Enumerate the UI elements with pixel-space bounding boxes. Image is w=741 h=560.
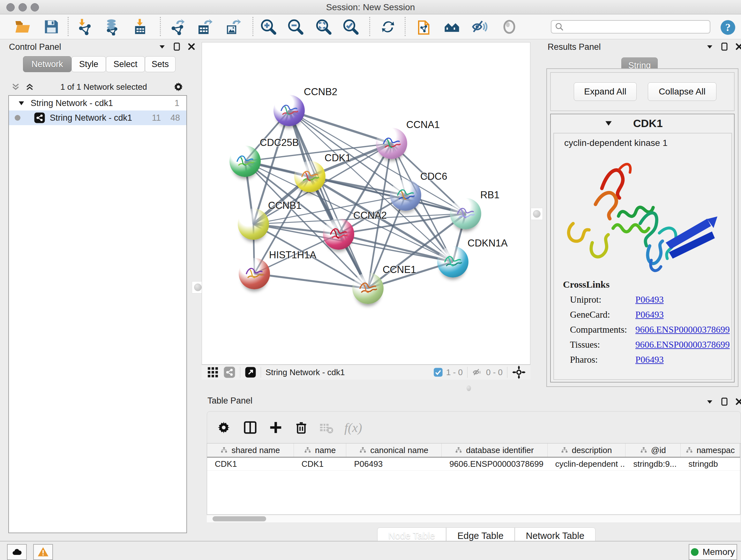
delete-column-icon[interactable]: [294, 420, 309, 435]
expand-all-icon[interactable]: [25, 82, 35, 91]
detach-view-icon[interactable]: [245, 367, 256, 378]
network-node-CDK1[interactable]: [294, 161, 326, 192]
protein-thumbnail: [441, 251, 465, 270]
scrollbar-thumb[interactable]: [212, 516, 266, 521]
network-node-CCNB1[interactable]: [238, 208, 269, 240]
panel-close-icon[interactable]: [735, 43, 741, 51]
network-collection-row[interactable]: String Network - cdk1 1: [9, 96, 186, 111]
memory-button[interactable]: Memory: [689, 544, 737, 560]
zoom-selected-button[interactable]: [342, 18, 359, 36]
network-node-HIST1H1A[interactable]: [239, 258, 270, 289]
table-header-row: shared namenamecanonical namedatabase id…: [207, 443, 740, 457]
export-table-button[interactable]: [196, 18, 213, 36]
help-button[interactable]: ?: [720, 19, 737, 37]
import-network-from-database-button[interactable]: [103, 18, 120, 36]
column-header-canonicalname[interactable]: canonical name: [346, 443, 442, 457]
entry-expander-icon[interactable]: [604, 119, 613, 127]
panel-close-icon[interactable]: [735, 398, 741, 406]
open-file-button[interactable]: [14, 18, 31, 36]
network-node-CCNE1[interactable]: [352, 273, 384, 304]
zoom-fit-button[interactable]: [315, 18, 332, 36]
import-network-from-file-button[interactable]: [77, 18, 94, 36]
network-node-CCNA1[interactable]: [376, 128, 407, 159]
collapse-all-icon[interactable]: [11, 82, 20, 91]
network-edge-CCNB2-CCNA1[interactable]: [289, 111, 392, 143]
refresh-layout-button[interactable]: [380, 18, 397, 36]
add-column-icon[interactable]: [268, 420, 283, 435]
table-cell[interactable]: 9606.ENSP00000378699: [442, 457, 548, 470]
search-input[interactable]: [564, 22, 703, 32]
table-cell[interactable]: stringdb: [681, 457, 740, 470]
panel-float-icon[interactable]: [721, 397, 728, 406]
grid-view-icon[interactable]: [207, 366, 219, 378]
protein-thumbnail: [394, 185, 417, 204]
table-row[interactable]: CDK1CDK1P064939606.ENSP00000378699cyclin…: [207, 457, 740, 471]
export-network-button[interactable]: [169, 18, 186, 36]
network-canvas[interactable]: CCNB2CCNA1CDC25BCDK1CDC6RB1CCNB1CCNA2CDK…: [202, 42, 530, 365]
tab-network[interactable]: Network: [23, 56, 71, 72]
gene-entry-header[interactable]: CDK1: [551, 114, 734, 132]
network-row[interactable]: String Network - cdk1 11 48: [9, 111, 186, 125]
crosslink-label: Pharos:: [570, 354, 635, 365]
crosslink-link[interactable]: P06493: [635, 294, 664, 305]
table-splitter-handle[interactable]: [465, 385, 473, 391]
network-node-RB1[interactable]: [450, 198, 481, 229]
panel-float-icon[interactable]: [721, 43, 728, 51]
network-node-CCNB2[interactable]: [273, 95, 305, 126]
tab-sets[interactable]: Sets: [145, 56, 176, 72]
network-node-CDKN1A[interactable]: [437, 246, 468, 277]
table-cell[interactable]: P06493: [346, 457, 442, 470]
graphics-details-icon[interactable]: [471, 18, 488, 36]
crosslink-link[interactable]: P06493: [635, 309, 664, 320]
network-node-CDC6[interactable]: [390, 179, 421, 211]
network-edge-CCNB2-CCNE1[interactable]: [289, 111, 368, 288]
network-edge-HIST1H1A-CCNE1[interactable]: [254, 273, 368, 288]
panel-close-icon[interactable]: [188, 43, 195, 51]
save-session-button[interactable]: [43, 18, 60, 36]
table-cell[interactable]: cyclin-dependent ...: [548, 457, 626, 470]
network-node-CDC25B[interactable]: [229, 145, 261, 177]
column-header-description[interactable]: description: [548, 443, 626, 457]
hidden-eye-icon[interactable]: [472, 367, 483, 378]
selection-status: 1 of 1 Network selected: [35, 82, 173, 92]
crosslink-link[interactable]: 9606.ENSP00000378699: [635, 324, 730, 335]
show-columns-icon[interactable]: [243, 420, 258, 435]
crosslink-label: GeneCard:: [570, 309, 635, 320]
table-cell[interactable]: CDK1: [294, 457, 347, 470]
birds-eye-toggle-icon[interactable]: [501, 18, 518, 36]
import-string-network-button[interactable]: [416, 18, 433, 36]
network-view-icon[interactable]: [223, 366, 235, 378]
zoom-out-button[interactable]: [287, 18, 304, 36]
export-image-button[interactable]: [224, 18, 241, 36]
column-header-name[interactable]: name: [294, 443, 347, 457]
table-cell[interactable]: CDK1: [207, 457, 294, 470]
network-node-CCNA2[interactable]: [323, 219, 354, 250]
gear-icon[interactable]: [173, 81, 184, 92]
column-header-sharedname[interactable]: shared name: [207, 443, 294, 457]
expand-all-button[interactable]: Expand All: [574, 82, 636, 101]
zoom-in-button[interactable]: [260, 18, 277, 36]
horizontal-scrollbar[interactable]: [207, 515, 740, 522]
crosslink-link[interactable]: 9606.ENSP00000378699: [635, 339, 730, 350]
panel-menu-icon[interactable]: [706, 398, 714, 406]
panel-menu-icon[interactable]: [706, 43, 714, 51]
pan-crosshair-icon[interactable]: [512, 365, 526, 379]
table-gear-icon[interactable]: [217, 421, 231, 435]
table-cell[interactable]: stringdb:9...: [625, 457, 681, 470]
collection-expander-icon[interactable]: [18, 100, 25, 107]
column-header-namespac[interactable]: namespac: [681, 443, 740, 457]
tab-select[interactable]: Select: [106, 56, 145, 72]
cloud-status-button[interactable]: [7, 544, 27, 560]
column-header-id[interactable]: @id: [625, 443, 681, 457]
panel-menu-icon[interactable]: [158, 43, 166, 51]
column-header-databaseidentifier[interactable]: database identifier: [442, 443, 548, 457]
right-splitter-handle[interactable]: [531, 208, 543, 220]
collapse-all-button[interactable]: Collapse All: [648, 82, 717, 101]
warnings-button[interactable]: [33, 544, 53, 560]
tab-style[interactable]: Style: [71, 56, 106, 72]
crosslink-link[interactable]: P06493: [635, 354, 664, 365]
home-welcome-icon[interactable]: [443, 18, 461, 36]
import-table-from-file-button[interactable]: [131, 18, 149, 36]
selected-checkbox-icon[interactable]: [433, 368, 443, 377]
panel-float-icon[interactable]: [173, 43, 181, 51]
